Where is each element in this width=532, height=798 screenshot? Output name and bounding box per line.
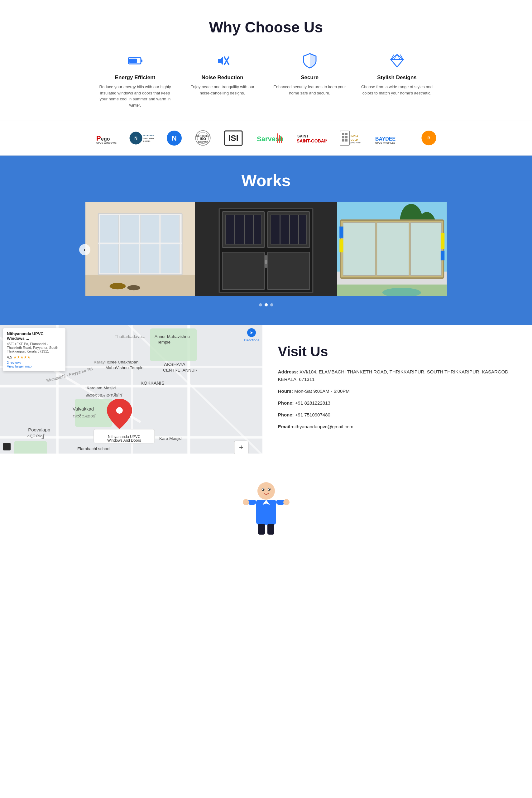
visit-hours-value: Mon-Sat 9:00AM - 6:00PM bbox=[294, 388, 350, 394]
why-title: Why Choose Us bbox=[13, 19, 519, 36]
why-item-secure-desc: Enhanced security features to keep your … bbox=[272, 84, 347, 96]
svg-rect-33 bbox=[281, 136, 282, 143]
map-control-icon[interactable] bbox=[3, 443, 11, 451]
svg-rect-40 bbox=[345, 136, 347, 138]
brands-strip: P ego UPVC WINDOWS N NITHYANANDA UPVC WI… bbox=[0, 121, 532, 155]
svg-rect-41 bbox=[342, 139, 344, 141]
svg-rect-65 bbox=[226, 215, 262, 244]
map-biz-address: 45FJ+FXF Po, Elambachi - Thankieth Road,… bbox=[7, 342, 62, 353]
map-rating-value: 4.5 bbox=[7, 355, 12, 359]
svg-rect-51 bbox=[86, 275, 195, 296]
svg-rect-1 bbox=[141, 59, 142, 62]
svg-point-153 bbox=[269, 489, 270, 490]
svg-rect-162 bbox=[267, 524, 274, 535]
carousel-dots bbox=[0, 303, 532, 306]
map-container[interactable]: Valvakkad വൽവക്കാട് Poovalapp പൂവലപ്പ് K… bbox=[0, 325, 262, 454]
svg-rect-86 bbox=[377, 223, 409, 276]
visit-address-value: XVI/104, ELAMBACHI THANKETH ROAD, THRIKK… bbox=[278, 369, 510, 382]
works-prev-button[interactable]: ‹ bbox=[79, 244, 90, 255]
svg-text:Annur Mahavishnu: Annur Mahavishnu bbox=[155, 334, 190, 339]
svg-text:Temple: Temple bbox=[157, 340, 171, 344]
svg-text:UPVC PROFILES: UPVC PROFILES bbox=[375, 141, 396, 144]
visit-hours-row: Hours: Mon-Sat 9:00AM - 6:00PM bbox=[278, 387, 516, 395]
visit-phone2-label: Phone: bbox=[278, 412, 294, 417]
map-reviews[interactable]: 2 reviews bbox=[7, 361, 62, 364]
directions-label: Directions bbox=[244, 338, 259, 342]
diamond-icon bbox=[388, 52, 406, 70]
why-item-secure: Secure Enhanced security features to kee… bbox=[272, 52, 347, 108]
svg-point-152 bbox=[263, 489, 264, 490]
visit-email-label: Email: bbox=[278, 424, 292, 429]
svg-rect-87 bbox=[411, 223, 441, 276]
why-grid: Energy Efficient Reduce your energy bill… bbox=[79, 52, 453, 108]
svg-text:SAINT-GOBAIN: SAINT-GOBAIN bbox=[297, 138, 327, 144]
svg-rect-73 bbox=[223, 252, 265, 290]
map-biz-name: Nithyananda UPVC Windows ... bbox=[7, 331, 62, 341]
svg-text:N: N bbox=[134, 136, 137, 140]
works-section: Works ‹ bbox=[0, 155, 532, 325]
battery-icon bbox=[126, 52, 145, 70]
svg-rect-90 bbox=[441, 233, 444, 249]
why-item-stylish: Stylish Designs Choose from a wide range… bbox=[360, 52, 434, 108]
brand-nithyananda: N NITHYANANDA UPVC WINDOWS & DOORS bbox=[129, 130, 154, 146]
svg-text:Sree Chakrapani: Sree Chakrapani bbox=[108, 360, 139, 364]
brand-be-righteous: B bbox=[420, 130, 438, 146]
svg-rect-105 bbox=[14, 441, 47, 454]
svg-text:CENTRE, ANNUR: CENTRE, ANNUR bbox=[163, 368, 197, 373]
why-item-noise-desc: Enjoy peace and tranquility with our noi… bbox=[185, 84, 260, 96]
svg-point-60 bbox=[127, 285, 140, 290]
svg-text:INDIA: INDIA bbox=[350, 135, 358, 138]
directions-button[interactable]: ➤ Directions bbox=[244, 328, 259, 342]
why-item-stylish-desc: Choose from a wide range of styles and c… bbox=[360, 84, 434, 96]
svg-text:+: + bbox=[239, 443, 243, 451]
svg-text:കാരോലം മസ്ജിദ്: കാരോലം മസ്ജിദ് bbox=[86, 393, 124, 397]
visit-title: Visit Us bbox=[278, 344, 516, 359]
why-item-stylish-title: Stylish Designs bbox=[377, 75, 417, 81]
svg-text:MahaVishnu Temple: MahaVishnu Temple bbox=[105, 365, 144, 370]
brand-saint-gobain: SAINT SAINT-GOBAIN bbox=[296, 130, 327, 146]
map-visit-section: Valvakkad വൽവക്കാട് Poovalapp പൂവലപ്പ് K… bbox=[0, 325, 532, 454]
works-image-right bbox=[337, 202, 447, 297]
why-item-secure-title: Secure bbox=[301, 75, 319, 81]
svg-rect-38 bbox=[345, 133, 347, 135]
works-title: Works bbox=[0, 171, 532, 190]
works-image-left bbox=[86, 202, 195, 297]
svg-text:P: P bbox=[96, 134, 101, 142]
visit-phone1-row: Phone: +91 8281222813 bbox=[278, 399, 516, 407]
svg-text:& DOORS: & DOORS bbox=[143, 140, 151, 142]
svg-point-149 bbox=[258, 482, 275, 500]
svg-text:SAINT: SAINT bbox=[297, 134, 309, 138]
why-item-noise: Noise Reduction Enjoy peace and tranquil… bbox=[185, 52, 260, 108]
speaker-mute-icon bbox=[213, 52, 232, 70]
dot-1 bbox=[259, 303, 262, 306]
svg-text:ISO: ISO bbox=[200, 136, 206, 141]
svg-rect-76 bbox=[265, 260, 267, 264]
svg-point-59 bbox=[109, 283, 126, 290]
svg-rect-104 bbox=[150, 328, 197, 361]
svg-rect-103 bbox=[75, 399, 113, 427]
brand-isi: ISI bbox=[224, 130, 243, 146]
visit-email-row: Email:nithyanandaupvc@gmail.com bbox=[278, 423, 516, 431]
svg-rect-2 bbox=[129, 59, 137, 63]
visit-phone2-value: +91 7510907480 bbox=[295, 412, 330, 417]
footer-figure bbox=[220, 472, 313, 535]
svg-text:UPVC WINDOWS: UPVC WINDOWS bbox=[96, 141, 117, 144]
directions-icon: ➤ bbox=[247, 328, 256, 337]
svg-rect-37 bbox=[342, 133, 344, 135]
map-view-larger[interactable]: View larger map bbox=[7, 364, 62, 368]
svg-text:B: B bbox=[427, 136, 430, 140]
why-item-energy: Energy Efficient Reduce your energy bill… bbox=[98, 52, 173, 108]
svg-rect-66 bbox=[271, 215, 307, 244]
svg-rect-36 bbox=[340, 131, 349, 145]
brand-n-blue: N bbox=[167, 130, 182, 146]
map-stars: ★★★★★ bbox=[13, 355, 31, 359]
svg-text:UPVC PROFILES: UPVC PROFILES bbox=[350, 142, 361, 144]
why-item-noise-title: Noise Reduction bbox=[201, 75, 243, 81]
brand-iso: CERTIFIED ISO COMPANY bbox=[194, 130, 212, 146]
svg-text:Karayi Rd: Karayi Rd bbox=[94, 360, 112, 364]
visit-phone1-label: Phone: bbox=[278, 400, 294, 405]
svg-text:Kara Masjid: Kara Masjid bbox=[159, 436, 182, 441]
svg-rect-89 bbox=[339, 227, 343, 238]
svg-text:NITHYANANDA: NITHYANANDA bbox=[143, 134, 154, 136]
visit-us-section: Visit Us Address: XVI/104, ELAMBACHI THA… bbox=[262, 325, 532, 454]
